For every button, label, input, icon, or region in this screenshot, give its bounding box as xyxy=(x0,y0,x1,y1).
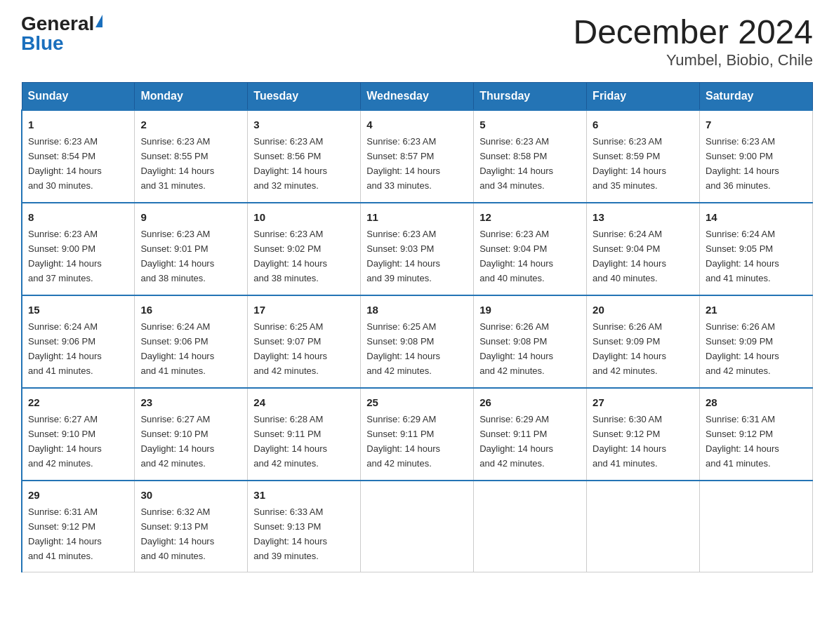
calendar-cell: 1 Sunrise: 6:23 AMSunset: 8:54 PMDayligh… xyxy=(22,110,135,203)
calendar-cell: 31 Sunrise: 6:33 AMSunset: 9:13 PMDaylig… xyxy=(248,481,361,572)
calendar-header-row: SundayMondayTuesdayWednesdayThursdayFrid… xyxy=(22,82,813,110)
col-header-tuesday: Tuesday xyxy=(248,82,361,110)
logo-general-text: General xyxy=(21,14,94,34)
day-number: 2 xyxy=(140,116,241,133)
day-info: Sunrise: 6:25 AMSunset: 9:08 PMDaylight:… xyxy=(366,321,440,376)
calendar-cell: 25 Sunrise: 6:29 AMSunset: 9:11 PMDaylig… xyxy=(361,388,474,481)
day-info: Sunrise: 6:23 AMSunset: 8:58 PMDaylight:… xyxy=(479,136,553,191)
day-info: Sunrise: 6:23 AMSunset: 8:56 PMDaylight:… xyxy=(253,136,327,191)
calendar-cell: 4 Sunrise: 6:23 AMSunset: 8:57 PMDayligh… xyxy=(361,110,474,203)
day-info: Sunrise: 6:33 AMSunset: 9:13 PMDaylight:… xyxy=(253,507,327,561)
day-info: Sunrise: 6:30 AMSunset: 9:12 PMDaylight:… xyxy=(593,414,666,469)
day-info: Sunrise: 6:24 AMSunset: 9:04 PMDaylight:… xyxy=(593,229,666,283)
day-number: 9 xyxy=(140,209,241,225)
calendar-cell: 5 Sunrise: 6:23 AMSunset: 8:58 PMDayligh… xyxy=(474,110,587,203)
calendar-week-row: 29 Sunrise: 6:31 AMSunset: 9:12 PMDaylig… xyxy=(22,481,813,572)
col-header-thursday: Thursday xyxy=(474,82,587,110)
day-info: Sunrise: 6:27 AMSunset: 9:10 PMDaylight:… xyxy=(28,414,102,469)
calendar-cell: 19 Sunrise: 6:26 AMSunset: 9:08 PMDaylig… xyxy=(474,295,587,388)
day-info: Sunrise: 6:23 AMSunset: 9:01 PMDaylight:… xyxy=(140,229,214,283)
calendar-cell: 8 Sunrise: 6:23 AMSunset: 9:00 PMDayligh… xyxy=(22,203,135,295)
day-number: 14 xyxy=(706,209,807,225)
day-info: Sunrise: 6:25 AMSunset: 9:07 PMDaylight:… xyxy=(253,321,327,376)
calendar-cell: 28 Sunrise: 6:31 AMSunset: 9:12 PMDaylig… xyxy=(700,388,813,481)
calendar-table: SundayMondayTuesdayWednesdayThursdayFrid… xyxy=(21,82,813,573)
title-block: December 2024 Yumbel, Biobio, Chile xyxy=(573,14,813,69)
day-number: 16 xyxy=(140,302,241,318)
day-number: 3 xyxy=(253,116,355,133)
day-info: Sunrise: 6:24 AMSunset: 9:06 PMDaylight:… xyxy=(140,321,214,376)
day-number: 29 xyxy=(28,487,128,503)
calendar-cell: 6 Sunrise: 6:23 AMSunset: 8:59 PMDayligh… xyxy=(587,110,700,203)
calendar-cell: 27 Sunrise: 6:30 AMSunset: 9:12 PMDaylig… xyxy=(587,388,700,481)
day-number: 13 xyxy=(593,209,694,225)
calendar-cell: 7 Sunrise: 6:23 AMSunset: 9:00 PMDayligh… xyxy=(700,110,813,203)
calendar-cell xyxy=(361,481,474,572)
calendar-cell: 9 Sunrise: 6:23 AMSunset: 9:01 PMDayligh… xyxy=(135,203,248,295)
day-number: 1 xyxy=(28,116,128,133)
day-number: 28 xyxy=(706,394,807,410)
day-info: Sunrise: 6:26 AMSunset: 9:08 PMDaylight:… xyxy=(479,321,553,376)
day-number: 22 xyxy=(28,394,128,410)
day-info: Sunrise: 6:23 AMSunset: 8:55 PMDaylight:… xyxy=(140,136,214,191)
calendar-cell: 16 Sunrise: 6:24 AMSunset: 9:06 PMDaylig… xyxy=(135,295,248,388)
day-number: 25 xyxy=(366,394,468,410)
day-info: Sunrise: 6:29 AMSunset: 9:11 PMDaylight:… xyxy=(479,414,553,469)
calendar-cell: 21 Sunrise: 6:26 AMSunset: 9:09 PMDaylig… xyxy=(700,295,813,388)
day-number: 12 xyxy=(479,209,581,225)
day-number: 18 xyxy=(366,302,468,318)
day-number: 30 xyxy=(140,487,241,503)
page-subtitle: Yumbel, Biobio, Chile xyxy=(573,51,813,69)
calendar-cell: 11 Sunrise: 6:23 AMSunset: 9:03 PMDaylig… xyxy=(361,203,474,295)
day-info: Sunrise: 6:24 AMSunset: 9:05 PMDaylight:… xyxy=(706,229,779,283)
day-info: Sunrise: 6:31 AMSunset: 9:12 PMDaylight:… xyxy=(28,507,102,561)
calendar-cell: 2 Sunrise: 6:23 AMSunset: 8:55 PMDayligh… xyxy=(135,110,248,203)
day-info: Sunrise: 6:29 AMSunset: 9:11 PMDaylight:… xyxy=(366,414,440,469)
calendar-cell: 23 Sunrise: 6:27 AMSunset: 9:10 PMDaylig… xyxy=(135,388,248,481)
col-header-friday: Friday xyxy=(587,82,700,110)
calendar-cell: 14 Sunrise: 6:24 AMSunset: 9:05 PMDaylig… xyxy=(700,203,813,295)
day-number: 31 xyxy=(253,487,355,503)
day-info: Sunrise: 6:32 AMSunset: 9:13 PMDaylight:… xyxy=(140,507,214,561)
col-header-wednesday: Wednesday xyxy=(361,82,474,110)
calendar-cell: 29 Sunrise: 6:31 AMSunset: 9:12 PMDaylig… xyxy=(22,481,135,572)
day-info: Sunrise: 6:23 AMSunset: 9:00 PMDaylight:… xyxy=(28,229,102,283)
day-number: 20 xyxy=(593,302,694,318)
day-info: Sunrise: 6:23 AMSunset: 9:04 PMDaylight:… xyxy=(479,229,553,283)
day-info: Sunrise: 6:27 AMSunset: 9:10 PMDaylight:… xyxy=(140,414,214,469)
day-number: 8 xyxy=(28,209,128,225)
calendar-cell: 20 Sunrise: 6:26 AMSunset: 9:09 PMDaylig… xyxy=(587,295,700,388)
day-info: Sunrise: 6:23 AMSunset: 8:54 PMDaylight:… xyxy=(28,136,102,191)
day-number: 11 xyxy=(366,209,468,225)
logo: General Blue xyxy=(21,14,102,53)
day-number: 26 xyxy=(479,394,581,410)
day-info: Sunrise: 6:26 AMSunset: 9:09 PMDaylight:… xyxy=(706,321,779,376)
calendar-cell: 10 Sunrise: 6:23 AMSunset: 9:02 PMDaylig… xyxy=(248,203,361,295)
calendar-week-row: 8 Sunrise: 6:23 AMSunset: 9:00 PMDayligh… xyxy=(22,203,813,295)
calendar-cell: 3 Sunrise: 6:23 AMSunset: 8:56 PMDayligh… xyxy=(248,110,361,203)
day-number: 19 xyxy=(479,302,581,318)
calendar-week-row: 22 Sunrise: 6:27 AMSunset: 9:10 PMDaylig… xyxy=(22,388,813,481)
calendar-cell: 22 Sunrise: 6:27 AMSunset: 9:10 PMDaylig… xyxy=(22,388,135,481)
day-number: 4 xyxy=(366,116,468,133)
day-number: 23 xyxy=(140,394,241,410)
calendar-cell xyxy=(700,481,813,572)
calendar-cell: 30 Sunrise: 6:32 AMSunset: 9:13 PMDaylig… xyxy=(135,481,248,572)
day-number: 17 xyxy=(253,302,355,318)
day-number: 27 xyxy=(593,394,694,410)
calendar-week-row: 1 Sunrise: 6:23 AMSunset: 8:54 PMDayligh… xyxy=(22,110,813,203)
day-info: Sunrise: 6:23 AMSunset: 9:03 PMDaylight:… xyxy=(366,229,440,283)
calendar-cell: 26 Sunrise: 6:29 AMSunset: 9:11 PMDaylig… xyxy=(474,388,587,481)
day-info: Sunrise: 6:24 AMSunset: 9:06 PMDaylight:… xyxy=(28,321,102,376)
day-info: Sunrise: 6:26 AMSunset: 9:09 PMDaylight:… xyxy=(593,321,666,376)
day-info: Sunrise: 6:23 AMSunset: 9:00 PMDaylight:… xyxy=(706,136,779,191)
col-header-sunday: Sunday xyxy=(22,82,135,110)
day-number: 10 xyxy=(253,209,355,225)
page-header: General Blue December 2024 Yumbel, Biobi… xyxy=(21,14,813,69)
calendar-cell xyxy=(587,481,700,572)
day-number: 24 xyxy=(253,394,355,410)
day-info: Sunrise: 6:23 AMSunset: 9:02 PMDaylight:… xyxy=(253,229,327,283)
day-number: 7 xyxy=(706,116,807,133)
day-info: Sunrise: 6:28 AMSunset: 9:11 PMDaylight:… xyxy=(253,414,327,469)
calendar-cell: 15 Sunrise: 6:24 AMSunset: 9:06 PMDaylig… xyxy=(22,295,135,388)
